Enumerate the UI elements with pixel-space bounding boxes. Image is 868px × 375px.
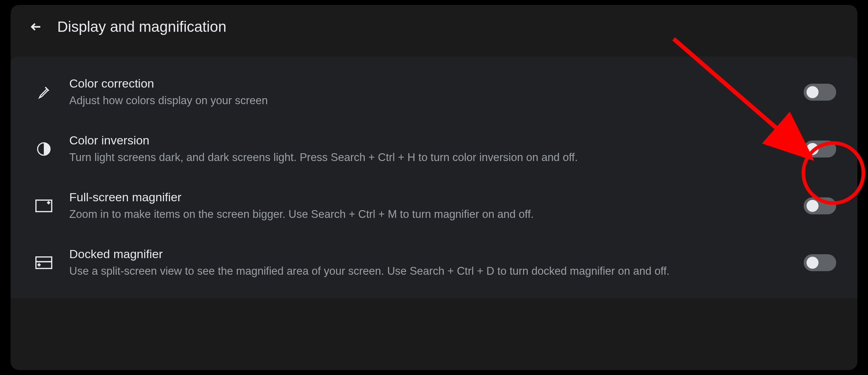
setting-description: Use a split-screen view to see the magni…: [69, 264, 787, 278]
arrow-left-icon: [30, 20, 42, 33]
setting-docked-magnifier[interactable]: Docked magnifier Use a split-screen view…: [11, 234, 857, 291]
setting-text: Full-screen magnifier Zoom in to make it…: [69, 190, 787, 221]
setting-fullscreen-magnifier[interactable]: Full-screen magnifier Zoom in to make it…: [11, 177, 857, 234]
settings-panel: Color correction Adjust how colors displ…: [11, 56, 857, 298]
settings-container: Display and magnification Color correcti…: [11, 5, 857, 370]
setting-text: Color correction Adjust how colors displ…: [69, 76, 787, 108]
svg-rect-4: [36, 257, 52, 268]
setting-text: Color inversion Turn light screens dark,…: [69, 133, 787, 165]
header: Display and magnification: [11, 5, 857, 56]
setting-title: Color inversion: [69, 133, 787, 148]
setting-description: Zoom in to make items on the screen bigg…: [69, 207, 787, 221]
setting-text: Docked magnifier Use a split-screen view…: [69, 247, 787, 278]
setting-title: Full-screen magnifier: [69, 190, 787, 204]
setting-color-correction[interactable]: Color correction Adjust how colors displ…: [11, 64, 857, 120]
contrast-icon: [35, 141, 52, 157]
toggle-thumb: [807, 257, 819, 269]
setting-description: Adjust how colors display on your screen: [69, 94, 787, 108]
setting-title: Color correction: [69, 76, 787, 91]
setting-title: Docked magnifier: [69, 247, 787, 261]
toggle-thumb: [807, 200, 819, 212]
toggle-thumb: [807, 86, 819, 98]
docked-magnifier-toggle[interactable]: [804, 254, 836, 271]
toggle-thumb: [807, 143, 819, 155]
docked-magnifier-icon: [35, 254, 52, 271]
fullscreen-magnifier-icon: [35, 197, 52, 214]
fullscreen-magnifier-toggle[interactable]: [804, 197, 836, 214]
svg-rect-1: [36, 200, 52, 212]
page-title: Display and magnification: [57, 18, 227, 35]
color-inversion-toggle[interactable]: [804, 141, 836, 157]
setting-color-inversion[interactable]: Color inversion Turn light screens dark,…: [11, 120, 857, 177]
eyedropper-icon: [35, 84, 52, 101]
back-button[interactable]: [28, 18, 45, 35]
color-correction-toggle[interactable]: [804, 84, 836, 101]
setting-description: Turn light screens dark, and dark screen…: [69, 150, 787, 165]
